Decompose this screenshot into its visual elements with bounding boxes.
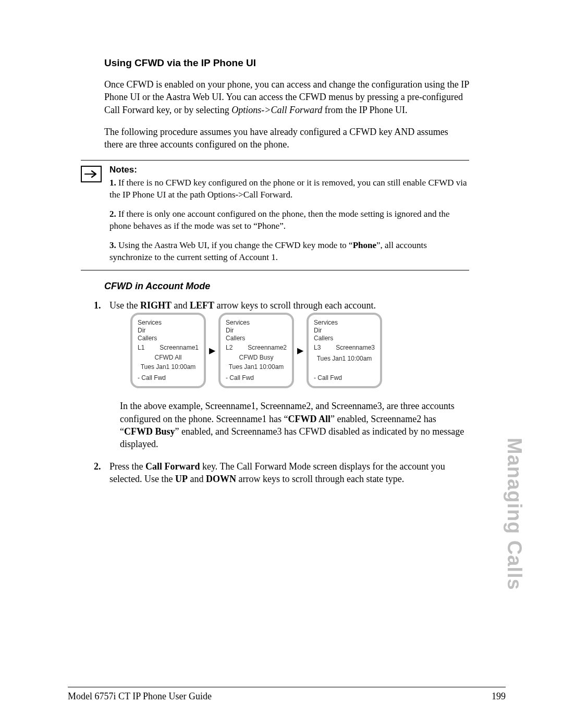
text: Use the (109, 300, 140, 311)
notes-block: Notes: 1. If there is no CFWD key config… (81, 160, 469, 270)
text-bold: Call Forward (145, 461, 200, 472)
text: arrow keys to scroll through each state … (236, 474, 404, 484)
screen-services: Services (226, 319, 287, 327)
notes-title: Notes: (109, 165, 469, 175)
text-bold: CFWD All (288, 414, 331, 424)
text: and (172, 300, 190, 311)
text-bold: UP (175, 474, 188, 484)
text: If there is no CFWD key configured on th… (109, 178, 467, 200)
screen-name: Screenname1 (160, 343, 199, 352)
text: arrow keys to scroll through each accoun… (214, 300, 376, 311)
note-number: 3. (109, 240, 116, 250)
section-heading: Using CFWD via the IP Phone UI (104, 57, 469, 69)
screen-line: L2 (226, 343, 232, 352)
screen-callers: Callers (314, 335, 375, 342)
screen-footer: - Call Fwd (226, 374, 254, 382)
screen-name: Screenname3 (336, 343, 375, 352)
text-bold: Phone (353, 240, 376, 250)
note-arrow-icon (81, 166, 102, 182)
menu-path-italic: Options->Call Forward (231, 105, 322, 115)
screen-time: Tues Jan1 10:00am (314, 354, 375, 363)
side-tab-label: Managing Calls (503, 438, 525, 590)
screen-services: Services (138, 319, 199, 327)
screen-footer: - Call Fwd (314, 374, 342, 382)
note-number: 2. (109, 209, 116, 219)
footer-guide-title: Model 6757i CT IP Phone User Guide (68, 691, 212, 702)
phone-screens-row: Services Dir Callers L1 Screenname1 CFWD… (130, 313, 469, 388)
note-item-3: 3. Using the Aastra Web UI, if you chang… (109, 240, 469, 264)
text: If there is only one account configured … (109, 209, 449, 231)
text: and (188, 474, 206, 484)
phone-screen-3: Services Dir Callers L3 Screenname3 Tues… (307, 313, 382, 388)
text: Using the Aastra Web UI, if you change t… (116, 240, 353, 250)
screen-dir: Dir (226, 327, 287, 335)
footer-page-number: 199 (492, 691, 506, 702)
screen-line: L1 (138, 343, 144, 352)
text-bold: LEFT (190, 300, 214, 311)
screen-cfwd: CFWD Busy (226, 353, 287, 362)
right-arrow-icon: ▶ (297, 345, 303, 356)
screen-callers: Callers (226, 335, 287, 342)
screen-footer: - Call Fwd (138, 374, 166, 382)
note-item-1: 1. If there is no CFWD key configured on… (109, 177, 469, 201)
phone-screen-1: Services Dir Callers L1 Screenname1 CFWD… (130, 313, 206, 388)
list-item-2: Press the Call Forward key. The Call For… (94, 460, 469, 486)
screen-cfwd: CFWD All (138, 353, 199, 362)
subsection-heading: CFWD in Account Mode (104, 281, 469, 292)
text-bold: CFWD Busy (124, 426, 175, 437)
ordered-list: Use the RIGHT and LEFT arrow keys to scr… (94, 299, 469, 485)
footer-divider (68, 687, 506, 687)
screen-callers: Callers (138, 335, 199, 342)
list-item-1: Use the RIGHT and LEFT arrow keys to scr… (94, 299, 469, 450)
text: from the IP Phone UI. (322, 105, 407, 115)
intro-paragraph-1: Once CFWD is enabled on your phone, you … (104, 78, 469, 116)
screen-dir: Dir (314, 327, 375, 335)
text-bold: RIGHT (140, 300, 172, 311)
phone-screen-2: Services Dir Callers L2 Screenname2 CFWD… (218, 313, 294, 388)
screen-services: Services (314, 319, 375, 327)
example-paragraph: In the above example, Screenname1, Scree… (120, 400, 469, 450)
screen-line: L3 (314, 343, 321, 352)
intro-paragraph-2: The following procedure assumes you have… (104, 126, 469, 151)
text-bold: DOWN (206, 474, 236, 484)
screen-name: Screenname2 (248, 343, 287, 352)
screen-time: Tues Jan1 10:00am (138, 363, 199, 371)
note-number: 1. (109, 178, 116, 188)
screen-time: Tues Jan1 10:00am (226, 363, 287, 371)
note-item-2: 2. If there is only one account configur… (109, 208, 469, 232)
right-arrow-icon: ▶ (209, 345, 215, 356)
screen-dir: Dir (138, 327, 199, 335)
text: Press the (109, 461, 145, 472)
